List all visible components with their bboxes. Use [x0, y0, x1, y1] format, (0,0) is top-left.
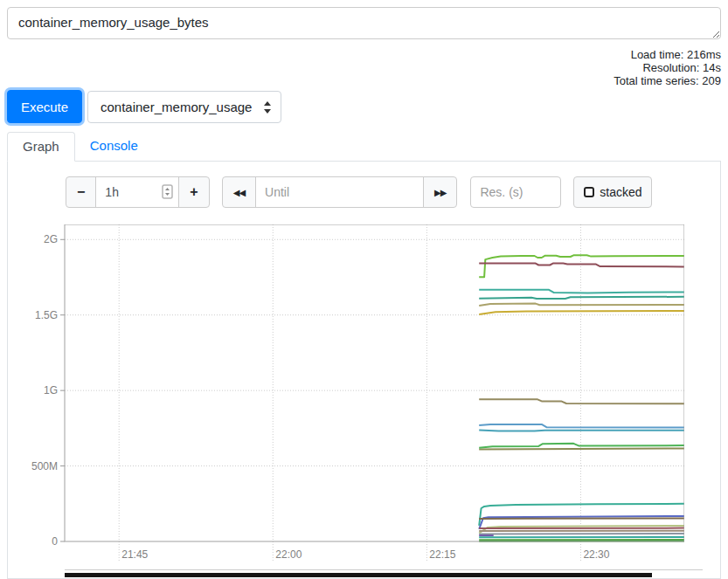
series-line: [479, 518, 684, 519]
series-line: [479, 311, 684, 314]
y-tick-label: 2G: [16, 232, 58, 246]
total-series-text: Total time series: 209: [614, 74, 721, 87]
series-line: [479, 290, 684, 293]
plot-svg[interactable]: [58, 224, 684, 569]
tab-graph[interactable]: Graph: [7, 132, 75, 162]
tab-console[interactable]: Console: [75, 132, 153, 162]
legend-divider: [65, 569, 703, 570]
x-tick-label: 22:30: [583, 548, 609, 561]
series-line: [479, 297, 684, 299]
expression-input[interactable]: container_memory_usage_bytes: [7, 7, 721, 39]
plot-border: [65, 224, 684, 541]
series-line: [479, 449, 684, 450]
chart-area: 0500M1G1.5G2G21:4522:0022:1522:30: [8, 162, 720, 578]
series-line: [479, 399, 684, 403]
x-tick-label: 22:00: [275, 548, 302, 561]
series-line: [479, 431, 684, 431]
tab-bar: Graph Console: [7, 132, 153, 162]
series-line: [479, 304, 684, 306]
y-tick-label: 500M: [16, 459, 58, 473]
y-tick-label: 1G: [16, 383, 58, 397]
series-line: [479, 444, 684, 448]
graph-panel: − + ◀◀ ▶▶ stacked: [7, 161, 721, 579]
y-tick-label: 1.5G: [16, 308, 58, 322]
execute-button[interactable]: Execute: [7, 90, 82, 123]
select-arrows-icon: [263, 100, 272, 114]
y-tick-label: 0: [16, 534, 58, 548]
series-line: [479, 504, 684, 526]
metric-select-value: container_memory_usage: [101, 100, 260, 114]
series-line: [479, 424, 684, 428]
resolution-text: Resolution: 14s: [614, 61, 721, 74]
prometheus-expression-browser: container_memory_usage_bytes Load time: …: [0, 0, 728, 579]
metric-select[interactable]: container_memory_usage: [87, 91, 281, 123]
series-line: [479, 526, 684, 534]
query-stats: Load time: 216ms Resolution: 14s Total t…: [614, 48, 721, 87]
x-tick-label: 21:45: [121, 548, 148, 561]
graph-resize-handle[interactable]: [65, 573, 652, 577]
load-time-text: Load time: 216ms: [614, 48, 721, 61]
series-line: [479, 264, 684, 267]
x-tick-label: 22:15: [429, 548, 455, 561]
